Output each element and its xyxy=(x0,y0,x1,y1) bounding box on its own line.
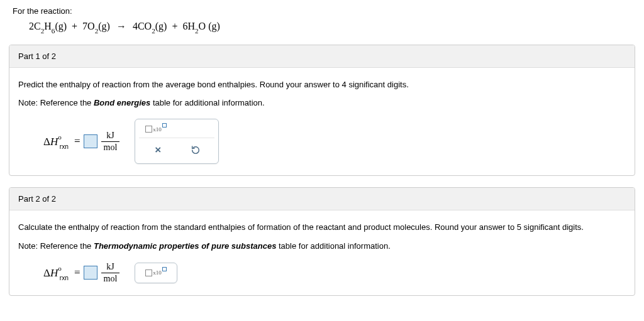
intro-block: For the reaction: 2C2H6(g) + 7O2(g) → 4C… xyxy=(0,0,644,45)
part-1: Part 1 of 2 Predict the enthalpy of reac… xyxy=(9,45,635,176)
part-prompt: Calculate the enthalpy of reaction from … xyxy=(18,222,626,233)
enthalpy-expression: ΔHorxn = kJ mol xyxy=(43,262,119,284)
part-prompt: Predict the enthalpy of reaction from th… xyxy=(18,79,626,90)
part-note: Note: Reference the Bond energies table … xyxy=(18,98,626,107)
reaction-equation: 2C2H6(g) + 7O2(g) → 4CO2(g) + 6H2O (g) xyxy=(13,19,631,33)
answer-input[interactable] xyxy=(84,266,97,280)
answer-input[interactable] xyxy=(84,134,97,148)
part-header: Part 2 of 2 xyxy=(9,188,635,210)
answer-row: ΔHorxn = kJ mol x10 xyxy=(18,262,626,284)
scientific-notation-button[interactable]: x10 xyxy=(145,126,167,133)
undo-button[interactable] xyxy=(190,144,201,156)
answer-row: ΔHorxn = kJ mol x10 × xyxy=(18,119,626,164)
unit-fraction: kJ mol xyxy=(101,262,120,284)
part-2: Part 2 of 2 Calculate the enthalpy of re… xyxy=(9,187,635,295)
scientific-notation-button[interactable]: x10 xyxy=(145,269,167,276)
part-header: Part 1 of 2 xyxy=(9,45,635,68)
unit-fraction: kJ mol xyxy=(101,131,120,153)
undo-icon xyxy=(191,145,201,155)
tool-panel: x10 xyxy=(135,263,177,283)
intro-prefix: For the reaction: xyxy=(13,6,631,16)
part-note: Note: Reference the Thermodynamic proper… xyxy=(18,241,626,251)
clear-button[interactable]: × xyxy=(152,144,164,156)
tool-panel: x10 × xyxy=(135,119,219,164)
enthalpy-expression: ΔHorxn = kJ mol xyxy=(43,131,119,153)
times-icon: × xyxy=(155,144,161,156)
